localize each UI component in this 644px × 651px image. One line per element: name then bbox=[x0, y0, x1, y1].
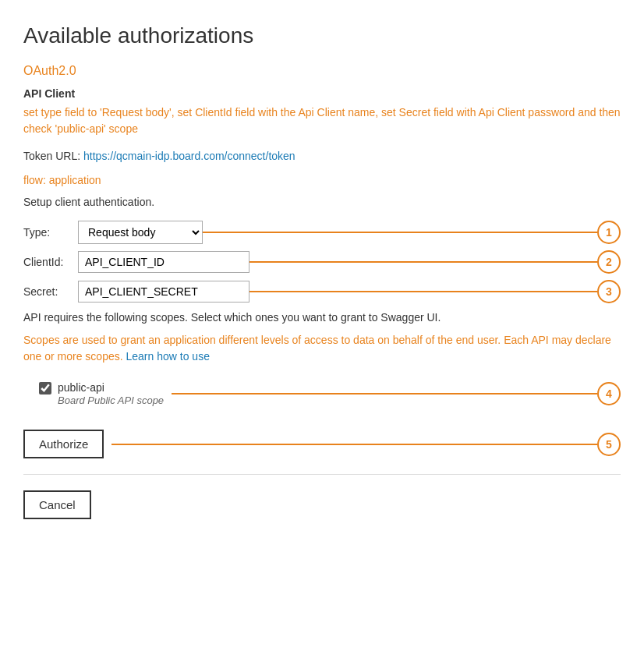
authorize-annotation-wrapper: 5 bbox=[111, 433, 621, 456]
scope-callout-number: 4 bbox=[597, 382, 621, 405]
secret-row: Secret: 3 bbox=[23, 280, 621, 303]
divider bbox=[23, 474, 621, 475]
learn-link[interactable]: Learn how to use bbox=[126, 350, 210, 363]
authorize-button[interactable]: Authorize bbox=[23, 430, 104, 458]
cancel-button[interactable]: Cancel bbox=[23, 490, 91, 519]
secret-annotation-line bbox=[249, 291, 597, 292]
page-title: Available authorizations bbox=[23, 23, 621, 48]
scope-row: public-api Board Public API scope 4 bbox=[23, 380, 621, 406]
authorize-annotation-line bbox=[111, 444, 597, 445]
authorize-row: Authorize 5 bbox=[23, 430, 621, 458]
clientid-row: ClientId: 2 bbox=[23, 250, 621, 274]
clientid-label: ClientId: bbox=[23, 256, 78, 268]
scope-content: public-api Board Public API scope bbox=[39, 380, 164, 406]
oauth-section: OAuth2.0 API Client set type field to 'R… bbox=[23, 64, 621, 519]
token-url-line: Token URL: https://qcmain-idp.board.com/… bbox=[23, 148, 621, 165]
scope-checkbox-row: public-api bbox=[39, 380, 112, 394]
scope-annotation-line bbox=[172, 393, 597, 394]
token-url-prefix: Token URL: bbox=[23, 150, 83, 162]
flow-text: flow: application bbox=[23, 174, 621, 186]
authorize-callout-number: 5 bbox=[597, 433, 621, 456]
clientid-annotation-wrapper: 2 bbox=[249, 250, 621, 274]
main-container: Available authorizations OAuth2.0 API Cl… bbox=[0, 0, 644, 543]
scope-annotation-wrapper: 4 bbox=[172, 382, 621, 405]
scopes-desc: Scopes are used to grant an application … bbox=[23, 332, 621, 365]
secret-annotation-wrapper: 3 bbox=[249, 280, 621, 303]
secret-label: Secret: bbox=[23, 285, 78, 298]
secret-callout-number: 3 bbox=[597, 280, 621, 303]
clientid-callout-number: 2 bbox=[597, 250, 621, 274]
public-api-checkbox[interactable] bbox=[39, 382, 51, 394]
type-annotation-line bbox=[203, 232, 597, 233]
setup-text: Setup client authentication. bbox=[23, 196, 621, 208]
scope-description: Board Public API scope bbox=[39, 394, 164, 406]
clientid-annotation-line bbox=[249, 261, 597, 263]
type-select[interactable]: Request bodyBasic auth bbox=[78, 221, 203, 244]
api-client-label: API Client bbox=[23, 87, 621, 100]
token-url-link[interactable]: https://qcmain-idp.board.com/connect/tok… bbox=[83, 150, 295, 162]
clientid-input[interactable] bbox=[78, 251, 249, 273]
type-label: Type: bbox=[23, 226, 78, 239]
scopes-info: API requires the following scopes. Selec… bbox=[23, 310, 621, 326]
description-text: set type field to 'Request body', set Cl… bbox=[23, 104, 621, 137]
authorize-section: Authorize 5 bbox=[23, 430, 621, 458]
type-callout-number: 1 bbox=[597, 221, 621, 244]
type-annotation-wrapper: 1 bbox=[203, 221, 621, 244]
secret-input[interactable] bbox=[78, 281, 249, 303]
type-row: Type: Request bodyBasic auth 1 bbox=[23, 221, 621, 244]
scope-name: public-api bbox=[58, 381, 104, 394]
scopes-desc-text: Scopes are used to grant an application … bbox=[23, 334, 611, 363]
oauth-title: OAuth2.0 bbox=[23, 64, 621, 78]
